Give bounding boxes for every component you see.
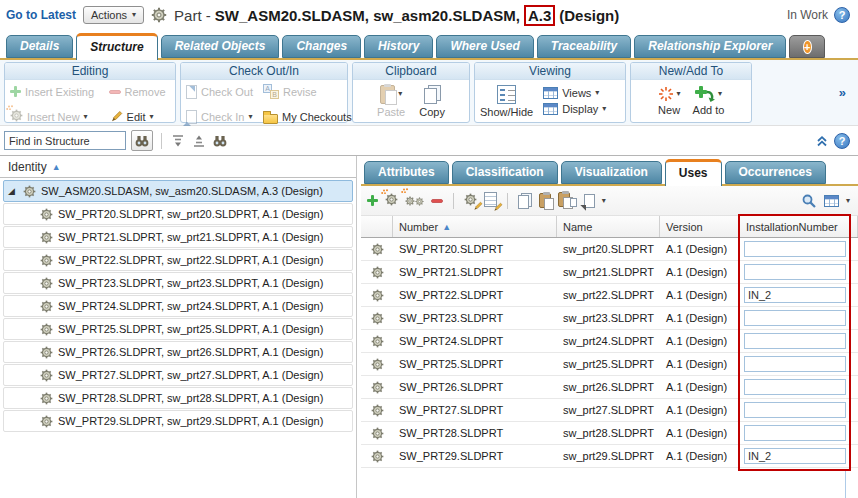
tab-classification[interactable]: Classification [452,161,558,184]
filter-up-icon[interactable] [191,133,207,149]
show-hide-button[interactable]: Show/Hide [480,85,533,118]
identity-column-header[interactable]: Identity ▲ [0,156,356,178]
table-row[interactable]: SW_PRT21.SLDPRT sw_prt21.SLDPRT A.1 (Des… [361,261,858,284]
toolbar-overflow-button[interactable]: » [839,85,854,100]
find-in-structure-input[interactable] [4,131,126,150]
column-header-name[interactable]: Name [557,216,660,237]
tree-item[interactable]: SW_PRT28.SLDPRT, sw_prt28.SLDPRT, A.1 (D… [3,387,353,409]
tab-visualization[interactable]: Visualization [561,161,662,184]
help-icon[interactable]: ? [834,7,850,23]
edit-part-icon[interactable] [464,193,477,209]
add-tab-button[interactable]: + [789,35,825,58]
help-icon[interactable]: ? [834,133,850,149]
table-row[interactable]: SW_PRT25.SLDPRT sw_prt25.SLDPRT A.1 (Des… [361,353,858,376]
insert-existing-button[interactable]: Insert Existing [10,86,99,98]
remove-row-icon[interactable] [431,199,443,203]
installation-number-input[interactable] [744,425,846,441]
tree-item[interactable]: SW_PRT23.SLDPRT, sw_prt23.SLDPRT, A.1 (D… [3,272,353,294]
table-row[interactable]: SW_PRT27.SLDPRT sw_prt27.SLDPRT A.1 (Des… [361,399,858,422]
revise-button[interactable]: AB Revise [263,84,352,99]
add-icon[interactable] [367,195,378,206]
search-table-icon[interactable] [801,193,817,209]
new-button[interactable]: ▾ New [658,86,681,116]
tab-history[interactable]: History [364,35,433,58]
page-header: Go to Latest Actions ▾ Part - SW_ASM20.S… [0,0,858,30]
copy-button[interactable]: Copy [419,85,445,118]
tree-item[interactable]: SW_PRT21.SLDPRT, sw_prt21.SLDPRT, A.1 (D… [3,226,353,248]
installation-number-input[interactable] [744,379,846,395]
add-to-button[interactable]: ▾ Add to [693,86,725,116]
page-title: Part - SW_ASM20.SLDASM, sw_asm20.SLDASM,… [174,5,619,26]
tab-structure[interactable]: Structure [76,33,157,60]
table-row[interactable]: SW_PRT20.SLDPRT sw_prt20.SLDPRT A.1 (Des… [361,238,858,261]
tree-item[interactable]: SW_PRT25.SLDPRT, sw_prt25.SLDPRT, A.1 (D… [3,318,353,340]
tab-changes[interactable]: Changes [282,35,361,58]
dropdown-arrow-icon: ▾ [677,90,681,98]
my-checkouts-button[interactable]: My Checkouts [263,110,352,124]
title-main: SW_ASM20.SLDASM, sw_asm20.SLDASM, [215,7,520,24]
tree-item[interactable]: SW_PRT22.SLDPRT, sw_prt22.SLDPRT, A.1 (D… [3,249,353,271]
tree-item[interactable]: SW_PRT24.SLDPRT, sw_prt24.SLDPRT, A.1 (D… [3,295,353,317]
installation-number-input[interactable] [744,333,846,349]
tree-item[interactable]: SW_PRT29.SLDPRT, sw_prt29.SLDPRT, A.1 (D… [3,410,353,432]
paste-rows-icon[interactable] [539,193,551,208]
insert-new-button[interactable]: Insert New ▾ [10,109,99,124]
edit-button[interactable]: Edit ▾ [109,110,170,124]
new-part-icon[interactable] [385,193,398,209]
tab-details[interactable]: Details [6,35,73,58]
dropdown-arrow-icon: ▾ [132,11,136,19]
new-parts-icon[interactable] [405,192,424,209]
installation-number-input[interactable] [744,241,846,257]
gear-icon [371,450,384,463]
view-list-icon[interactable] [824,195,839,207]
group-title: Viewing [475,63,625,80]
filter-down-icon[interactable] [170,133,186,149]
table-row[interactable]: SW_PRT26.SLDPRT sw_prt26.SLDPRT A.1 (Des… [361,376,858,399]
check-in-button[interactable]: Check In ▾ [186,110,253,124]
tree-item[interactable]: SW_PRT26.SLDPRT, sw_prt26.SLDPRT, A.1 (D… [3,341,353,363]
tab-uses[interactable]: Uses [665,159,722,186]
toolbar-group-clipboard: Clipboard ▾ Paste Copy [352,62,470,123]
table-row[interactable]: SW_PRT29.SLDPRT sw_prt29.SLDPRT A.1 (Des… [361,445,858,468]
tab-related-objects[interactable]: Related Objects [161,35,280,58]
tab-where-used[interactable]: Where Used [436,35,533,58]
find-button[interactable] [131,130,153,151]
display-button[interactable]: Display ▾ [543,103,606,115]
find-next-binoculars-icon[interactable] [212,133,228,149]
status-badge: In Work [787,8,828,22]
tab-traceability[interactable]: Traceability [537,35,631,58]
installation-number-input[interactable] [744,264,846,280]
tree-item[interactable]: SW_PRT20.SLDPRT, sw_prt20.SLDPRT, A.1 (D… [3,203,353,225]
expand-caret-icon[interactable]: ◢ [8,186,18,196]
tree-item[interactable]: SW_PRT27.SLDPRT, sw_prt27.SLDPRT, A.1 (D… [3,364,353,386]
column-header-installation-number[interactable]: InstallationNumber [740,216,858,237]
paste-button[interactable]: ▾ Paste [377,85,405,118]
check-out-button[interactable]: Check Out [186,85,253,99]
collapse-panel-icon[interactable] [815,134,829,148]
table-row[interactable]: SW_PRT23.SLDPRT sw_prt23.SLDPRT A.1 (Des… [361,307,858,330]
copy-rows-icon[interactable] [518,193,532,209]
installation-number-input[interactable] [744,310,846,326]
views-button[interactable]: Views ▾ [543,87,606,99]
actions-button[interactable]: Actions ▾ [83,6,144,24]
dropdown-arrow-icon: ▾ [602,105,606,113]
export-icon[interactable] [584,194,595,208]
column-header-number[interactable]: Number ▲ [393,216,557,237]
table-row[interactable]: SW_PRT28.SLDPRT sw_prt28.SLDPRT A.1 (Des… [361,422,858,445]
remove-button[interactable]: Remove [109,86,170,98]
paste-special-icon[interactable] [558,192,576,210]
column-grid-line [845,471,846,498]
tree-item-root[interactable]: ◢ SW_ASM20.SLDASM, sw_asm20.SLDASM, A.3 … [3,180,353,202]
column-header-version[interactable]: Version [660,216,740,237]
installation-number-input[interactable] [744,356,846,372]
table-row[interactable]: SW_PRT22.SLDPRT sw_prt22.SLDPRT A.1 (Des… [361,284,858,307]
installation-number-input[interactable] [744,448,846,464]
edit-attributes-icon[interactable] [484,192,497,210]
go-to-latest-link[interactable]: Go to Latest [6,8,76,22]
installation-number-input[interactable] [744,287,846,303]
tab-attributes[interactable]: Attributes [364,161,449,184]
tab-relationship-explorer[interactable]: Relationship Explorer [634,35,786,58]
tab-occurrences[interactable]: Occurrences [725,161,826,184]
table-row[interactable]: SW_PRT24.SLDPRT sw_prt24.SLDPRT A.1 (Des… [361,330,858,353]
installation-number-input[interactable] [744,402,846,418]
